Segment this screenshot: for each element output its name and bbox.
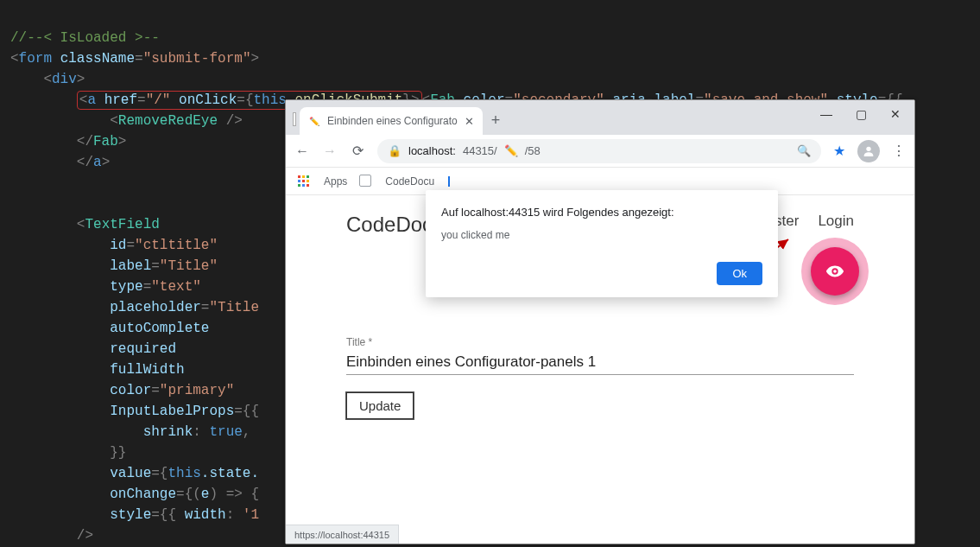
dialog-header: Auf localhost:44315 wird Folgendes angez… (441, 206, 762, 219)
url-path: /58 (525, 144, 541, 157)
zoom-icon[interactable]: 🔍 (797, 144, 811, 157)
address-bar[interactable]: 🔒 localhost:44315/✏️/58 🔍 (377, 139, 821, 163)
nav-forward-icon[interactable]: → (322, 143, 338, 159)
browser-status-bar: https://localhost:44315 (286, 525, 399, 544)
fab-save-button[interactable] (811, 247, 859, 296)
apps-icon[interactable] (298, 175, 310, 188)
nav-reload-icon[interactable]: ⟳ (350, 143, 365, 159)
status-url: https://localhost:44315 (294, 530, 389, 540)
title-field-label: Title * (346, 336, 854, 348)
dialog-ok-button[interactable]: Ok (717, 262, 762, 285)
browser-tab-bar: ✏️ Einbinden eines Configurato ✕ + — ▢ ✕ (286, 100, 914, 135)
update-button[interactable]: Update (346, 392, 414, 419)
window-close-icon[interactable]: ✕ (890, 109, 901, 119)
bookmark-divider (448, 176, 450, 187)
bookmark-star-icon[interactable]: ★ (833, 143, 845, 159)
code-comment: //--< IsLoaded >-- (10, 30, 160, 46)
browser-toolbar: ← → ⟳ 🔒 localhost:44315/✏️/58 🔍 ★ ⋮ (286, 135, 914, 168)
tab-close-icon[interactable]: ✕ (465, 115, 474, 128)
browser-tab[interactable]: ✏️ Einbinden eines Configurato ✕ (300, 107, 483, 135)
nav-login-link[interactable]: Login (818, 213, 854, 230)
browser-window: ✏️ Einbinden eines Configurato ✕ + — ▢ ✕… (285, 99, 915, 544)
url-port: 44315/ (463, 144, 497, 157)
svg-point-0 (866, 146, 870, 150)
profile-avatar-icon[interactable] (857, 140, 880, 162)
tab-drag-handle[interactable] (293, 112, 296, 126)
eye-icon (825, 262, 844, 281)
bookmark-folder-icon[interactable] (361, 176, 371, 187)
bookmark-codedocu[interactable]: CodeDocu (385, 175, 434, 188)
title-input[interactable] (346, 350, 854, 375)
tab-title: Einbinden eines Configurato (327, 115, 458, 127)
page-content: Auf localhost:44315 wird Folgendes angez… (286, 195, 914, 525)
js-alert-dialog: Auf localhost:44315 wird Folgendes angez… (426, 190, 778, 297)
browser-menu-icon[interactable]: ⋮ (892, 143, 906, 159)
window-minimize-icon[interactable]: — (821, 109, 831, 119)
dialog-message: you clicked me (441, 229, 762, 241)
url-host: localhost: (408, 144, 456, 157)
nav-back-icon[interactable]: ← (294, 143, 310, 159)
window-maximize-icon[interactable]: ▢ (856, 109, 866, 119)
https-lock-icon: 🔒 (388, 144, 401, 157)
apps-label[interactable]: Apps (324, 175, 347, 188)
tab-favicon-icon: ✏️ (308, 115, 320, 127)
new-tab-button[interactable]: + (491, 111, 501, 130)
url-edit-icon: ✏️ (504, 144, 518, 157)
